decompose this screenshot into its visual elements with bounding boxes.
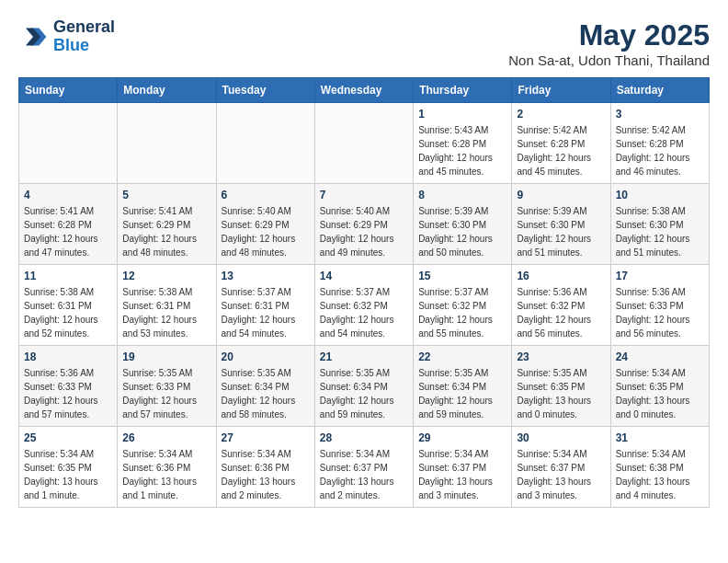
- calendar-cell: 8Sunrise: 5:39 AM Sunset: 6:30 PM Daylig…: [414, 184, 512, 265]
- calendar-cell: 18Sunrise: 5:36 AM Sunset: 6:33 PM Dayli…: [19, 346, 118, 427]
- calendar-cell: 19Sunrise: 5:35 AM Sunset: 6:33 PM Dayli…: [118, 346, 216, 427]
- calendar-cell: 9Sunrise: 5:39 AM Sunset: 6:30 PM Daylig…: [512, 184, 610, 265]
- day-info: Sunrise: 5:38 AM Sunset: 6:31 PM Dayligh…: [122, 285, 210, 340]
- day-number: 5: [122, 189, 210, 201]
- day-number: 1: [418, 108, 506, 121]
- day-number: 23: [517, 350, 605, 363]
- calendar-cell: [314, 103, 413, 184]
- calendar-cell: 4Sunrise: 5:41 AM Sunset: 6:28 PM Daylig…: [19, 184, 118, 265]
- calendar-cell: 2Sunrise: 5:42 AM Sunset: 6:28 PM Daylig…: [512, 103, 610, 184]
- day-number: 28: [320, 431, 408, 444]
- day-number: 26: [122, 431, 210, 444]
- day-number: 27: [222, 431, 310, 444]
- calendar-cell: 17Sunrise: 5:36 AM Sunset: 6:33 PM Dayli…: [610, 265, 709, 346]
- day-number: 17: [616, 270, 704, 282]
- calendar-cell: 27Sunrise: 5:34 AM Sunset: 6:36 PM Dayli…: [216, 427, 314, 508]
- calendar-cell: [19, 103, 118, 184]
- calendar-cell: 28Sunrise: 5:34 AM Sunset: 6:37 PM Dayli…: [314, 427, 413, 508]
- day-number: 18: [24, 350, 112, 363]
- day-number: 11: [24, 270, 112, 282]
- day-number: 21: [320, 350, 408, 363]
- day-info: Sunrise: 5:39 AM Sunset: 6:30 PM Dayligh…: [517, 204, 605, 259]
- day-number: 7: [320, 189, 408, 201]
- day-info: Sunrise: 5:35 AM Sunset: 6:34 PM Dayligh…: [320, 366, 408, 421]
- day-info: Sunrise: 5:39 AM Sunset: 6:30 PM Dayligh…: [418, 204, 506, 259]
- day-info: Sunrise: 5:37 AM Sunset: 6:32 PM Dayligh…: [320, 285, 408, 340]
- day-number: 12: [122, 270, 210, 282]
- calendar-cell: 26Sunrise: 5:34 AM Sunset: 6:36 PM Dayli…: [118, 427, 216, 508]
- day-number: 15: [418, 270, 506, 282]
- day-number: 4: [24, 189, 112, 201]
- day-info: Sunrise: 5:42 AM Sunset: 6:28 PM Dayligh…: [517, 123, 605, 178]
- location-title: Non Sa-at, Udon Thani, Thailand: [508, 52, 710, 68]
- calendar-cell: [216, 103, 314, 184]
- day-info: Sunrise: 5:34 AM Sunset: 6:36 PM Dayligh…: [222, 447, 310, 502]
- calendar-week-row: 4Sunrise: 5:41 AM Sunset: 6:28 PM Daylig…: [19, 184, 710, 265]
- calendar-cell: 11Sunrise: 5:38 AM Sunset: 6:31 PM Dayli…: [19, 265, 118, 346]
- calendar-cell: 14Sunrise: 5:37 AM Sunset: 6:32 PM Dayli…: [314, 265, 413, 346]
- calendar-cell: 10Sunrise: 5:38 AM Sunset: 6:30 PM Dayli…: [610, 184, 709, 265]
- day-info: Sunrise: 5:37 AM Sunset: 6:31 PM Dayligh…: [222, 285, 310, 340]
- day-number: 25: [24, 431, 112, 444]
- day-info: Sunrise: 5:35 AM Sunset: 6:33 PM Dayligh…: [122, 366, 210, 421]
- day-number: 20: [222, 350, 310, 363]
- logo-text: General Blue: [53, 18, 115, 55]
- logo-line2: Blue: [53, 37, 115, 55]
- calendar-cell: 5Sunrise: 5:41 AM Sunset: 6:29 PM Daylig…: [118, 184, 216, 265]
- calendar-cell: 16Sunrise: 5:36 AM Sunset: 6:32 PM Dayli…: [512, 265, 610, 346]
- weekday-header-saturday: Saturday: [610, 78, 709, 103]
- day-info: Sunrise: 5:38 AM Sunset: 6:30 PM Dayligh…: [616, 204, 704, 259]
- calendar-cell: 13Sunrise: 5:37 AM Sunset: 6:31 PM Dayli…: [216, 265, 314, 346]
- calendar-cell: 3Sunrise: 5:42 AM Sunset: 6:28 PM Daylig…: [610, 103, 709, 184]
- weekday-header-row: SundayMondayTuesdayWednesdayThursdayFrid…: [19, 78, 710, 103]
- calendar-cell: 6Sunrise: 5:40 AM Sunset: 6:29 PM Daylig…: [216, 184, 314, 265]
- day-info: Sunrise: 5:36 AM Sunset: 6:32 PM Dayligh…: [517, 285, 605, 340]
- day-info: Sunrise: 5:40 AM Sunset: 6:29 PM Dayligh…: [222, 204, 310, 259]
- day-info: Sunrise: 5:36 AM Sunset: 6:33 PM Dayligh…: [616, 285, 704, 340]
- calendar: SundayMondayTuesdayWednesdayThursdayFrid…: [18, 77, 710, 508]
- calendar-cell: 22Sunrise: 5:35 AM Sunset: 6:34 PM Dayli…: [414, 346, 512, 427]
- calendar-cell: 24Sunrise: 5:34 AM Sunset: 6:35 PM Dayli…: [610, 346, 709, 427]
- day-info: Sunrise: 5:34 AM Sunset: 6:38 PM Dayligh…: [616, 447, 704, 502]
- month-title: May 2025: [508, 18, 710, 52]
- day-info: Sunrise: 5:34 AM Sunset: 6:35 PM Dayligh…: [616, 366, 704, 421]
- calendar-cell: 7Sunrise: 5:40 AM Sunset: 6:29 PM Daylig…: [314, 184, 413, 265]
- day-info: Sunrise: 5:35 AM Sunset: 6:35 PM Dayligh…: [517, 366, 605, 421]
- day-info: Sunrise: 5:36 AM Sunset: 6:33 PM Dayligh…: [24, 366, 112, 421]
- calendar-week-row: 25Sunrise: 5:34 AM Sunset: 6:35 PM Dayli…: [19, 427, 710, 508]
- day-info: Sunrise: 5:34 AM Sunset: 6:36 PM Dayligh…: [122, 447, 210, 502]
- logo-line1: General: [53, 18, 115, 37]
- day-number: 16: [517, 270, 605, 282]
- weekday-header-tuesday: Tuesday: [216, 78, 314, 103]
- weekday-header-wednesday: Wednesday: [314, 78, 413, 103]
- calendar-cell: 15Sunrise: 5:37 AM Sunset: 6:32 PM Dayli…: [414, 265, 512, 346]
- calendar-cell: 23Sunrise: 5:35 AM Sunset: 6:35 PM Dayli…: [512, 346, 610, 427]
- day-info: Sunrise: 5:34 AM Sunset: 6:37 PM Dayligh…: [320, 447, 408, 502]
- weekday-header-sunday: Sunday: [19, 78, 118, 103]
- day-number: 8: [418, 189, 506, 201]
- page-header: General Blue May 2025 Non Sa-at, Udon Th…: [18, 18, 710, 68]
- day-info: Sunrise: 5:34 AM Sunset: 6:35 PM Dayligh…: [24, 447, 112, 502]
- day-number: 10: [616, 189, 704, 201]
- day-info: Sunrise: 5:34 AM Sunset: 6:37 PM Dayligh…: [418, 447, 506, 502]
- day-number: 6: [222, 189, 310, 201]
- logo-icon: [18, 22, 48, 52]
- calendar-cell: [118, 103, 216, 184]
- day-number: 14: [320, 270, 408, 282]
- day-info: Sunrise: 5:41 AM Sunset: 6:28 PM Dayligh…: [24, 204, 112, 259]
- calendar-cell: 25Sunrise: 5:34 AM Sunset: 6:35 PM Dayli…: [19, 427, 118, 508]
- calendar-cell: 21Sunrise: 5:35 AM Sunset: 6:34 PM Dayli…: [314, 346, 413, 427]
- day-info: Sunrise: 5:38 AM Sunset: 6:31 PM Dayligh…: [24, 285, 112, 340]
- day-info: Sunrise: 5:35 AM Sunset: 6:34 PM Dayligh…: [418, 366, 506, 421]
- day-number: 2: [517, 108, 605, 121]
- calendar-week-row: 11Sunrise: 5:38 AM Sunset: 6:31 PM Dayli…: [19, 265, 710, 346]
- day-number: 24: [616, 350, 704, 363]
- weekday-header-thursday: Thursday: [414, 78, 512, 103]
- day-number: 3: [616, 108, 704, 121]
- calendar-week-row: 1Sunrise: 5:43 AM Sunset: 6:28 PM Daylig…: [19, 103, 710, 184]
- calendar-cell: 1Sunrise: 5:43 AM Sunset: 6:28 PM Daylig…: [414, 103, 512, 184]
- calendar-cell: 20Sunrise: 5:35 AM Sunset: 6:34 PM Dayli…: [216, 346, 314, 427]
- day-info: Sunrise: 5:43 AM Sunset: 6:28 PM Dayligh…: [418, 123, 506, 178]
- day-number: 13: [222, 270, 310, 282]
- weekday-header-monday: Monday: [118, 78, 216, 103]
